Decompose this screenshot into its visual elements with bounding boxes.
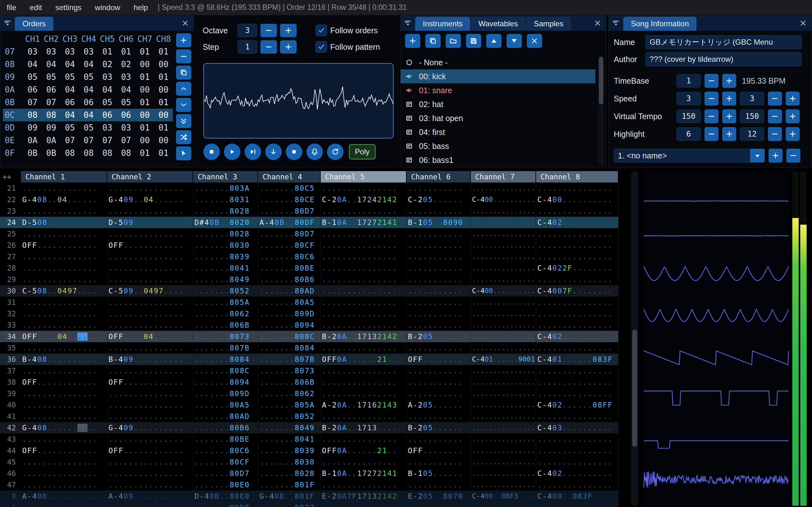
- pattern-cell[interactable]: ...............: [321, 228, 407, 239]
- order-cell[interactable]: 01: [154, 123, 173, 132]
- pattern-cell[interactable]: ...............: [471, 205, 536, 217]
- pattern-cell[interactable]: B-205......: [407, 422, 471, 434]
- song-name-input[interactable]: GBメモリカートリッジ (GBC Menu: [646, 35, 802, 49]
- pattern-cell[interactable]: C-403..........: [536, 422, 618, 434]
- pattern-cell[interactable]: ...............: [471, 399, 536, 411]
- pattern-cell[interactable]: ...............: [536, 251, 618, 262]
- pattern-cell[interactable]: ...............: [321, 205, 407, 217]
- order-duplicate-to-end-button[interactable]: [176, 114, 191, 128]
- pattern-cell[interactable]: ...............: [536, 308, 618, 320]
- instrument-move-up-button[interactable]: [486, 34, 502, 48]
- pattern-cell[interactable]: ...............: [471, 251, 536, 262]
- collapse-icon[interactable]: [609, 15, 623, 31]
- pattern-cell[interactable]: E-205..8070: [407, 491, 471, 502]
- pattern-cell[interactable]: ...............: [21, 502, 107, 507]
- order-cell[interactable]: 01: [98, 47, 117, 56]
- field-value-box[interactable]: 1: [676, 74, 701, 88]
- pattern-cell[interactable]: ...............: [536, 182, 618, 194]
- follow-orders-checkbox[interactable]: [316, 25, 327, 36]
- poly-button[interactable]: Poly: [349, 144, 375, 159]
- pattern-cell[interactable]: ...............: [536, 205, 618, 217]
- order-cell[interactable]: 02: [98, 60, 117, 69]
- pattern-cell[interactable]: ...............: [536, 239, 618, 251]
- order-cell[interactable]: 0B: [23, 148, 42, 158]
- pattern-cell[interactable]: ...............: [471, 262, 536, 274]
- pattern-cell[interactable]: ...............: [471, 377, 536, 388]
- order-cell[interactable]: 01: [136, 148, 154, 158]
- octave-decrement-button[interactable]: [260, 24, 277, 37]
- order-cell[interactable]: 05: [79, 72, 98, 82]
- pattern-cell[interactable]: ...........: [407, 377, 471, 388]
- pattern-cell[interactable]: D#40B..8020: [193, 217, 258, 228]
- pattern-cell[interactable]: ...............: [471, 468, 536, 479]
- pattern-cell[interactable]: ...............: [471, 445, 536, 456]
- instrument-duplicate-button[interactable]: [425, 34, 441, 48]
- pattern-cell[interactable]: ...............: [536, 445, 618, 456]
- instrument-item[interactable]: 04: first: [401, 125, 595, 139]
- close-icon[interactable]: [797, 15, 810, 31]
- channel-header[interactable]: Channel 6: [407, 171, 471, 182]
- tab-song-information[interactable]: Song Information: [623, 17, 697, 31]
- pattern-cell[interactable]: ...............: [21, 468, 107, 479]
- pattern-cell[interactable]: .......805A: [258, 399, 321, 411]
- pattern-cell[interactable]: ...............: [471, 342, 536, 354]
- pattern-cell[interactable]: .......805A: [193, 297, 258, 308]
- pattern-cell[interactable]: ...............: [107, 320, 193, 331]
- order-cell[interactable]: 08: [117, 148, 136, 158]
- order-move-down-button[interactable]: [176, 98, 191, 112]
- pattern-cell[interactable]: OFF............: [107, 239, 193, 251]
- pattern-cell[interactable]: ...............: [107, 297, 193, 308]
- channel-header[interactable]: Channel 4: [258, 171, 321, 182]
- pattern-cell[interactable]: ...............: [21, 251, 107, 262]
- pattern-cell[interactable]: G-409..........: [107, 422, 193, 434]
- order-cell[interactable]: 08: [98, 148, 117, 158]
- pattern-cell[interactable]: ...............: [321, 479, 407, 491]
- pattern-cell[interactable]: .......80D8: [193, 502, 258, 507]
- pattern-cell[interactable]: G-409..04......: [107, 194, 193, 205]
- order-cell[interactable]: 07: [79, 135, 98, 145]
- menu-window[interactable]: window: [88, 0, 127, 15]
- pattern-cell[interactable]: ...............: [536, 342, 618, 354]
- pattern-cell[interactable]: .......80AD: [193, 411, 258, 422]
- pattern-cell[interactable]: .......80D7: [193, 468, 258, 479]
- order-cell[interactable]: 04: [79, 60, 98, 69]
- collapse-icon[interactable]: [0, 15, 15, 31]
- channel-header[interactable]: Channel 7: [471, 171, 536, 182]
- order-cell[interactable]: 04: [23, 60, 42, 69]
- pattern-cell[interactable]: A-20A..17162143: [321, 399, 407, 411]
- pattern-cell[interactable]: .......8062: [193, 308, 258, 320]
- order-cell[interactable]: 04: [61, 60, 79, 69]
- pattern-cell[interactable]: ...............: [21, 456, 107, 468]
- octave-increment-button[interactable]: [280, 24, 297, 37]
- pattern-cell[interactable]: .......80CF: [193, 456, 258, 468]
- pattern-cell[interactable]: ...........: [407, 285, 471, 297]
- pattern-cell[interactable]: ...........: [407, 365, 471, 377]
- pattern-cell[interactable]: ...............: [321, 377, 407, 388]
- pattern-cell[interactable]: ...............: [21, 399, 107, 411]
- close-icon[interactable]: [179, 15, 192, 31]
- order-cell[interactable]: 00: [136, 110, 154, 120]
- decrement-button[interactable]: [705, 127, 718, 141]
- pattern-cell[interactable]: ...............: [107, 182, 193, 194]
- pattern-cell[interactable]: .......80CF: [258, 239, 321, 251]
- order-cell[interactable]: 04: [61, 85, 79, 95]
- pattern-cell[interactable]: ...............: [21, 182, 107, 194]
- pattern-cell[interactable]: A-409..........: [107, 491, 193, 502]
- order-cell[interactable]: 05: [79, 123, 98, 132]
- pattern-cell[interactable]: B-409..........: [107, 354, 193, 365]
- order-cell[interactable]: 04: [117, 85, 136, 95]
- collapse-icon[interactable]: [401, 15, 415, 31]
- pattern-cell[interactable]: A-40B..80DF: [258, 217, 321, 228]
- instrument-list-scrollbar[interactable]: [598, 55, 604, 165]
- order-cell[interactable]: 04: [61, 110, 79, 120]
- pattern-cell[interactable]: ...............: [107, 205, 193, 217]
- pattern-cell[interactable]: .......80D7: [258, 205, 321, 217]
- pattern-cell[interactable]: ...........: [407, 342, 471, 354]
- order-cell[interactable]: 06: [79, 98, 98, 107]
- pattern-cell[interactable]: .......8041: [193, 262, 258, 274]
- pattern-cell[interactable]: ...............: [536, 228, 618, 239]
- pattern-cell[interactable]: .......80B6: [258, 274, 321, 285]
- instrument-item[interactable]: 02: hat: [401, 97, 595, 111]
- pattern-cell[interactable]: ...............: [321, 388, 407, 399]
- pattern-cell[interactable]: .......807B: [258, 354, 321, 365]
